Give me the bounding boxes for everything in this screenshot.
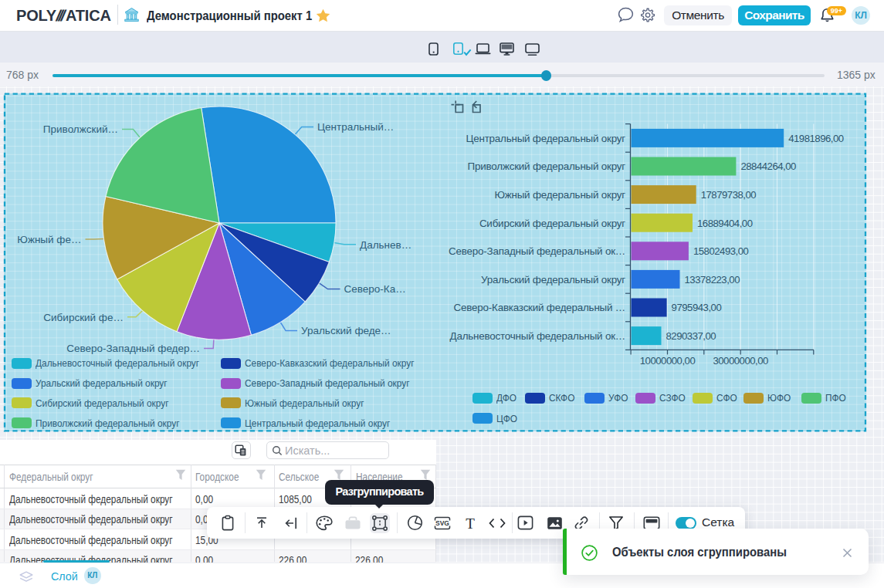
svg-text:Центральный федеральный округ: Центральный федеральный округ: [466, 133, 625, 144]
svg-text:Северо-Западный федер…: Северо-Западный федер…: [66, 343, 200, 354]
svg-text:Дальневосточный федеральный ок: Дальневосточный федеральный ок…: [450, 330, 625, 342]
svg-text:8290337,00: 8290337,00: [666, 330, 716, 342]
svg-text:Центральный…: Центральный…: [317, 121, 394, 133]
svg-text:30000000,00: 30000000,00: [713, 355, 768, 367]
svg-text:Сибирский фе…: Сибирский фе…: [43, 312, 124, 323]
svg-text:28844264,00: 28844264,00: [740, 161, 796, 172]
svg-text:13378223,00: 13378223,00: [685, 274, 740, 286]
svg-text:Приволжский…: Приволжский…: [43, 123, 118, 135]
svg-text:Южный фе…: Южный фе…: [17, 234, 81, 245]
svg-text:Южный федеральный округ: Южный федеральный округ: [494, 189, 625, 201]
svg-text:10000000,00: 10000000,00: [640, 355, 696, 367]
svg-text:Сибирский федеральный округ: Сибирский федеральный округ: [479, 218, 625, 229]
svg-text:Дальнев…: Дальнев…: [360, 239, 412, 251]
svg-text:17879738,00: 17879738,00: [701, 189, 757, 201]
svg-text:T: T: [466, 515, 475, 531]
svg-text:15802493,00: 15802493,00: [693, 245, 749, 257]
svg-text:SVG: SVG: [435, 519, 449, 527]
svg-text:16889404,00: 16889404,00: [697, 218, 753, 229]
svg-text:Северо-Ка…: Северо-Ка…: [344, 283, 406, 295]
svg-text:41981896,00: 41981896,00: [788, 133, 844, 144]
svg-text:Приволжский федеральный округ: Приволжский федеральный округ: [468, 161, 626, 172]
svg-text:Северо-Западный федеральный ок: Северо-Западный федеральный ок…: [449, 245, 625, 257]
svg-text:Северо-Кавказский федеральный: Северо-Кавказский федеральный …: [454, 302, 625, 313]
svg-text:9795943,00: 9795943,00: [672, 302, 722, 313]
svg-text:Уральский федеральный округ: Уральский федеральный округ: [481, 274, 625, 286]
svg-text:Уральский феде…: Уральский феде…: [301, 325, 391, 336]
